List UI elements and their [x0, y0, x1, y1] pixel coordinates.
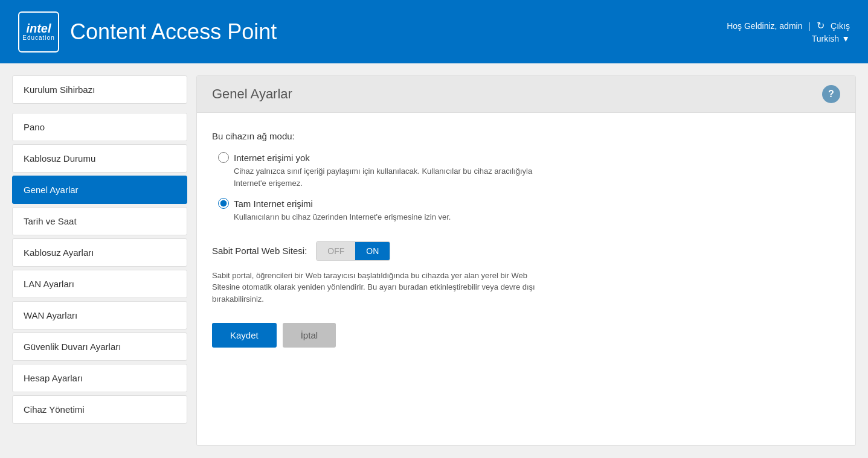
sidebar-item-lan-ayarlari[interactable]: LAN Ayarları	[12, 270, 187, 298]
radio-label-no-internet[interactable]: Internet erişimi yok	[234, 153, 310, 163]
action-buttons: Kaydet İptal	[212, 323, 840, 348]
header-left: intel Education Content Access Point	[18, 11, 277, 52]
refresh-icon[interactable]: ↻	[817, 20, 825, 31]
toggle-off-button[interactable]: OFF	[317, 242, 355, 260]
intel-edu-text: Education	[22, 34, 54, 41]
language-selector[interactable]: Turkish ▼	[812, 34, 850, 43]
sidebar-item-wan-ayarlari[interactable]: WAN Ayarları	[12, 301, 187, 329]
network-mode-label: Bu cihazın ağ modu:	[212, 131, 840, 141]
save-button[interactable]: Kaydet	[212, 323, 277, 348]
radio-group: Internet erişimi yok Cihaz yalnızca sını…	[218, 152, 840, 223]
header-top-row: Hoş Geldiniz, admin | ↻ Çıkış	[727, 20, 850, 31]
sidebar-item-kablosuz-ayarlari[interactable]: Kablosuz Ayarları	[12, 238, 187, 267]
sidebar-item-hesap-ayarlari[interactable]: Hesap Ayarları	[12, 364, 187, 392]
radio-option-full-internet: Tam Internet erişimi Kullanıcıların bu c…	[218, 198, 840, 223]
radio-label-row-no-internet: Internet erişimi yok	[218, 152, 840, 163]
intel-logo: intel Education	[18, 11, 59, 52]
help-icon[interactable]: ?	[822, 85, 840, 103]
content-area: Genel Ayarlar ? Bu cihazın ağ modu: Inte…	[196, 75, 856, 446]
radio-label-row-full-internet: Tam Internet erişimi	[218, 198, 840, 209]
sidebar-item-pano[interactable]: Pano	[12, 113, 187, 141]
sidebar-item-tarih-saat[interactable]: Tarih ve Saat	[12, 207, 187, 235]
radio-label-full-internet[interactable]: Tam Internet erişimi	[234, 199, 313, 209]
radio-full-internet[interactable]	[218, 198, 229, 209]
sidebar-item-guvenlik-duvari[interactable]: Güvenlik Duvarı Ayarları	[12, 332, 187, 361]
radio-option-no-internet: Internet erişimi yok Cihaz yalnızca sını…	[218, 152, 840, 189]
separator: |	[808, 21, 811, 31]
toggle-on-button[interactable]: ON	[355, 242, 390, 260]
chevron-down-icon: ▼	[841, 34, 850, 43]
welcome-text: Hoş Geldiniz, admin	[727, 21, 802, 31]
sidebar-item-wizard[interactable]: Kurulum Sihirbazı	[12, 75, 187, 104]
main-layout: Kurulum Sihirbazı Pano Kablosuz Durumu G…	[0, 63, 868, 458]
header-right: Hoş Geldiniz, admin | ↻ Çıkış Turkish ▼	[727, 20, 850, 43]
portal-toggle-row: Sabit Portal Web Sitesi: OFF ON	[212, 241, 840, 261]
sidebar-item-kablosuz-durumu[interactable]: Kablosuz Durumu	[12, 144, 187, 173]
radio-desc-full-internet: Kullanıcıların bu cihaz üzerinden Intern…	[234, 211, 840, 223]
language-label: Turkish	[812, 34, 839, 43]
logout-link[interactable]: Çıkış	[831, 21, 850, 31]
radio-desc-no-internet: Cihaz yalnızca sınıf içeriği paylaşımı i…	[234, 165, 840, 189]
page-title: Genel Ayarlar	[212, 86, 292, 102]
header: intel Education Content Access Point Hoş…	[0, 0, 868, 63]
intel-logo-text: intel	[26, 22, 51, 34]
sidebar-item-cihaz-yonetimi[interactable]: Cihaz Yönetimi	[12, 395, 187, 424]
cancel-button[interactable]: İptal	[283, 323, 336, 348]
content-body: Bu cihazın ağ modu: Internet erişimi yok…	[197, 113, 855, 366]
portal-label: Sabit Portal Web Sitesi:	[212, 246, 307, 256]
app-title: Content Access Point	[70, 19, 277, 45]
radio-no-internet[interactable]	[218, 152, 229, 163]
portal-description: Sabit portal, öğrencileri bir Web tarayı…	[212, 270, 695, 305]
sidebar: Kurulum Sihirbazı Pano Kablosuz Durumu G…	[12, 75, 187, 446]
sidebar-item-genel-ayarlar[interactable]: Genel Ayarlar	[12, 176, 187, 204]
content-header: Genel Ayarlar ?	[197, 76, 855, 113]
portal-toggle-switch[interactable]: OFF ON	[316, 241, 390, 261]
